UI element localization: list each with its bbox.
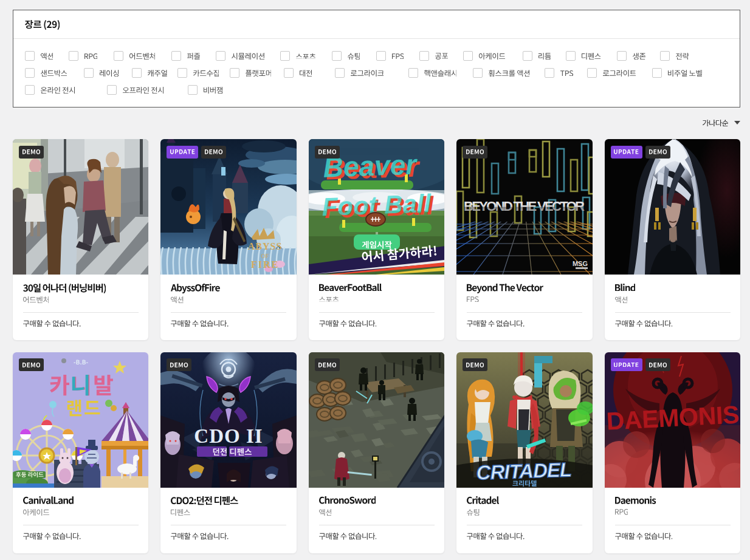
svg-text:BEYOND THE VECTOR: BEYOND THE VECTOR (464, 199, 585, 214)
svg-text:FIRE: FIRE (251, 259, 279, 270)
svg-text:CRITADEL: CRITADEL (476, 458, 572, 483)
svg-text:CDO II: CDO II (194, 425, 263, 447)
svg-text:OF: OF (261, 253, 269, 259)
svg-text:ABYSS: ABYSS (248, 241, 283, 251)
svg-text:MSG: MSG (573, 260, 588, 267)
